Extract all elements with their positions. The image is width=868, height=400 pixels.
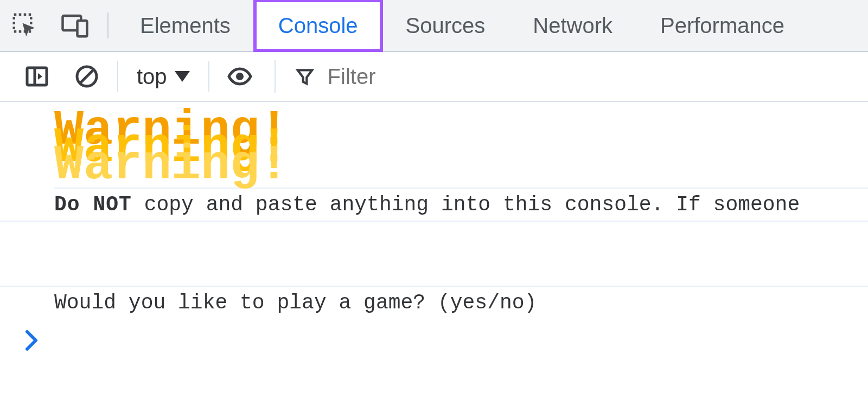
inspect-element-icon[interactable] — [0, 0, 50, 51]
tab-console[interactable]: Console — [254, 0, 382, 51]
svg-rect-3 — [27, 68, 47, 85]
execution-context-selector[interactable]: top — [124, 64, 203, 89]
divider — [208, 61, 209, 92]
filter-group — [275, 60, 868, 93]
tab-network[interactable]: Network — [509, 0, 636, 51]
console-toolbar: top — [0, 52, 868, 102]
svg-line-6 — [80, 70, 93, 83]
warning-banner: Warning! Warning! Warning! — [54, 113, 868, 189]
prompt-chevron-icon — [24, 330, 39, 351]
chevron-down-icon — [175, 71, 190, 82]
live-expression-icon[interactable] — [215, 52, 265, 101]
filter-icon — [294, 66, 316, 87]
console-message: Would you like to play a game? (yes/no) — [0, 287, 868, 319]
context-label: top — [137, 64, 167, 89]
devtools-tabbar: Elements Console Sources Network Perform… — [0, 0, 868, 52]
console-input-prompt[interactable] — [0, 319, 868, 351]
do-not-bold: Do NOT — [54, 193, 132, 216]
divider — [107, 12, 108, 38]
svg-rect-2 — [78, 21, 87, 36]
console-output: Warning! Warning! Warning! Do NOT copy a… — [0, 102, 868, 351]
clear-console-icon[interactable] — [62, 52, 112, 101]
blank-message-row — [0, 222, 868, 287]
device-toolbar-icon[interactable] — [50, 0, 100, 51]
warning-text-layer: Warning! — [54, 138, 289, 193]
sidebar-toggle-icon[interactable] — [12, 52, 62, 101]
divider — [117, 61, 118, 92]
svg-point-7 — [236, 73, 244, 80]
do-not-rest: copy and paste anything into this consol… — [132, 193, 800, 216]
tab-elements[interactable]: Elements — [116, 0, 254, 51]
tab-sources[interactable]: Sources — [382, 0, 509, 51]
filter-input[interactable] — [328, 64, 868, 89]
tab-performance[interactable]: Performance — [636, 0, 808, 51]
game-prompt-text: Would you like to play a game? (yes/no) — [54, 291, 537, 314]
console-message: Do NOT copy and paste anything into this… — [0, 189, 868, 222]
